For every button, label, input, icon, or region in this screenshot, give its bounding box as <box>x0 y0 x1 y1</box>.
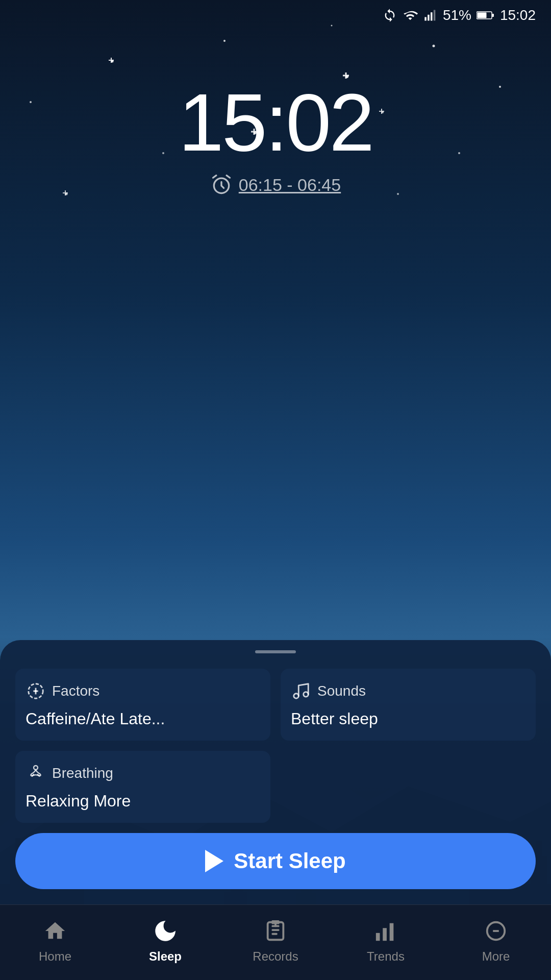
sounds-icon <box>291 681 311 701</box>
start-sleep-label: Start Sleep <box>234 849 345 873</box>
alarm-time[interactable]: 06:15 - 06:45 <box>239 175 341 195</box>
sleep-icon <box>151 917 180 945</box>
wifi-icon <box>402 8 418 22</box>
sync-icon <box>383 8 397 22</box>
more-icon <box>482 917 510 945</box>
svg-rect-54 <box>390 923 394 941</box>
breathing-value: Relaxing More <box>26 792 260 811</box>
nav-label-home: Home <box>39 949 71 964</box>
svg-rect-51 <box>271 920 279 924</box>
battery-icon <box>477 8 495 22</box>
bottom-nav: Home Sleep Records <box>0 904 551 980</box>
sounds-card[interactable]: Sounds Better sleep <box>281 669 536 741</box>
nav-item-trends[interactable]: Trends <box>331 917 441 969</box>
clock-section: 15:02 06:15 - 06:45 <box>0 82 551 196</box>
factors-value: Caffeine/Ate Late... <box>26 709 260 728</box>
nav-item-sleep[interactable]: Sleep <box>110 917 220 969</box>
svg-rect-37 <box>434 10 436 21</box>
bottom-panel: Factors Caffeine/Ate Late... Sounds Bett… <box>0 640 551 904</box>
main-clock: 15:02 <box>179 82 372 163</box>
records-icon <box>261 917 290 945</box>
factors-title: Factors <box>52 683 99 699</box>
nav-label-sleep: Sleep <box>149 949 182 964</box>
start-sleep-button[interactable]: Start Sleep <box>15 833 536 889</box>
svg-rect-40 <box>477 13 486 18</box>
breathing-card-header: Breathing <box>26 763 260 783</box>
svg-rect-15 <box>109 60 114 61</box>
svg-point-1 <box>223 40 226 42</box>
svg-point-48 <box>304 692 309 697</box>
status-bar: 51% 15:02 <box>0 0 551 31</box>
breathing-icon <box>26 763 46 783</box>
svg-rect-34 <box>424 17 427 21</box>
factors-card-header: Factors <box>26 681 260 701</box>
sounds-card-header: Sounds <box>291 681 525 701</box>
factors-icon <box>26 681 46 701</box>
alarm-row[interactable]: 06:15 - 06:45 <box>210 174 341 196</box>
trends-icon <box>371 917 400 945</box>
svg-point-47 <box>294 694 299 699</box>
sounds-title: Sounds <box>317 683 366 699</box>
nav-label-more: More <box>482 949 510 964</box>
home-icon <box>41 917 69 945</box>
breathing-title: Breathing <box>52 765 113 781</box>
play-icon <box>205 850 223 872</box>
factors-card[interactable]: Factors Caffeine/Ate Late... <box>15 669 270 741</box>
battery-percent: 51% <box>443 7 471 23</box>
cards-grid: Factors Caffeine/Ate Late... Sounds Bett… <box>15 669 536 823</box>
nav-label-trends: Trends <box>367 949 405 964</box>
status-time: 15:02 <box>500 7 536 23</box>
signal-icon <box>423 8 438 22</box>
svg-rect-53 <box>383 928 387 941</box>
alarm-icon <box>210 174 233 196</box>
svg-rect-35 <box>428 15 430 21</box>
sounds-value: Better sleep <box>291 709 525 728</box>
nav-item-more[interactable]: More <box>441 917 551 969</box>
status-icons: 51% 15:02 <box>383 7 536 23</box>
svg-rect-36 <box>431 12 433 20</box>
nav-label-records: Records <box>253 949 298 964</box>
panel-handle[interactable] <box>255 650 296 653</box>
svg-point-4 <box>433 45 435 47</box>
nav-item-records[interactable]: Records <box>220 917 331 969</box>
svg-rect-52 <box>376 933 380 940</box>
svg-rect-39 <box>492 14 494 17</box>
breathing-card[interactable]: Breathing Relaxing More <box>15 751 270 823</box>
nav-item-home[interactable]: Home <box>0 917 110 969</box>
